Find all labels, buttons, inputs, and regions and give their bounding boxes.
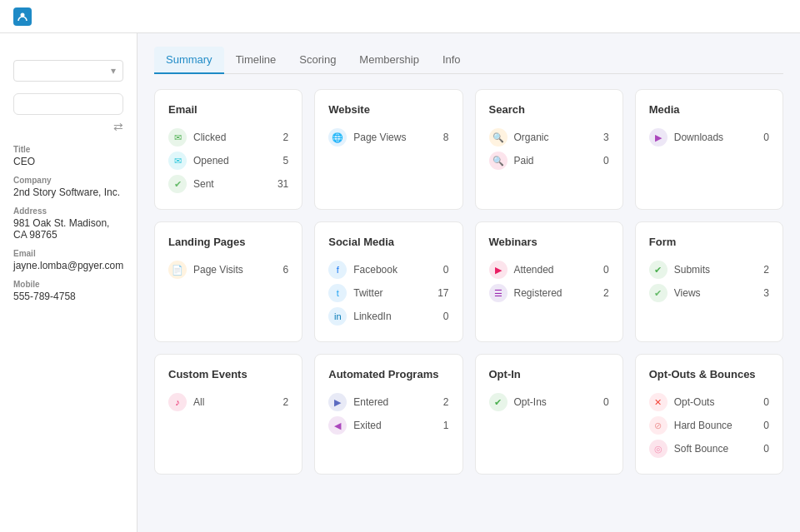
card-row: ✕Opt-Outs0	[649, 390, 769, 414]
sidebar-field-title: TitleCEO	[13, 145, 123, 167]
row-label: Facebook	[353, 264, 443, 276]
row-label: Opened	[193, 155, 283, 167]
card-title: Form	[649, 236, 769, 248]
tab-timeline[interactable]: Timeline	[224, 47, 288, 74]
card-title: Opt-In	[489, 368, 609, 380]
row-value: 0	[763, 420, 769, 431]
tab-membership[interactable]: Membership	[348, 47, 431, 74]
row-label: Downloads	[674, 132, 764, 143]
row-label: Paid	[514, 155, 604, 167]
row-value: 3	[603, 132, 609, 143]
card-custom-events: Custom Events♪All2	[154, 354, 302, 475]
row-label: Page Visits	[193, 264, 283, 276]
dropdown-arrow-icon: ▾	[111, 65, 116, 77]
field-label: Mobile	[13, 280, 123, 289]
row-value: 0	[763, 396, 769, 408]
row-value: 0	[443, 311, 449, 322]
row-icon: 📄	[168, 261, 187, 279]
card-row: ▶Attended0	[489, 258, 609, 281]
row-icon: ✔	[649, 284, 668, 302]
row-icon: ☰	[489, 284, 508, 302]
field-label: Title	[13, 145, 123, 154]
row-value: 0	[603, 396, 609, 408]
main-content: SummaryTimelineScoringMembershipInfo Ema…	[138, 33, 800, 532]
card-row: ◎Soft Bounce0	[649, 437, 769, 460]
card-title: Website	[328, 103, 448, 116]
card-title: Webinars	[489, 236, 609, 248]
cards-grid: Email✉Clicked2✉Opened5✔Sent31Website🌐Pag…	[154, 89, 783, 475]
tab-info[interactable]: Info	[431, 47, 472, 74]
row-label: Attended	[514, 264, 604, 276]
field-value: 2nd Story Software, Inc.	[13, 186, 123, 198]
field-label: Email	[13, 249, 123, 258]
score-box	[13, 93, 123, 115]
card-row: 🔍Paid0	[489, 149, 609, 172]
card-landing-pages: Landing Pages📄Page Visits6	[154, 221, 302, 342]
card-row: ✔Submits2	[649, 258, 769, 281]
field-value: CEO	[13, 156, 123, 167]
swap-icon[interactable]: ⇄	[113, 120, 123, 133]
card-row: ◀Exited1	[328, 414, 448, 437]
card-email: Email✉Clicked2✉Opened5✔Sent31	[154, 89, 302, 210]
row-value: 2	[603, 287, 609, 299]
row-value: 3	[763, 287, 769, 299]
row-label: Views	[674, 287, 764, 299]
row-value: 0	[763, 443, 769, 455]
row-value: 6	[283, 264, 289, 276]
row-icon: ◀	[328, 416, 347, 435]
card-webinars: Webinars▶Attended0☰Registered2	[475, 221, 623, 342]
row-label: Registered	[514, 287, 604, 299]
row-icon: ◎	[649, 440, 668, 458]
sidebar-fields: TitleCEOCompany2nd Story Software, Inc.A…	[13, 145, 123, 302]
tab-summary[interactable]: Summary	[154, 47, 224, 74]
row-label: Hard Bounce	[674, 420, 764, 431]
card-media: Media▶Downloads0	[635, 89, 783, 210]
sidebar-field-email: Emailjayne.lomba@pgyer.com	[13, 249, 123, 271]
sidebar-field-address: Address981 Oak St. Madison, CA 98765	[13, 206, 123, 241]
row-value: 0	[763, 132, 769, 143]
row-label: Opt-Outs	[674, 396, 764, 408]
card-title: Media	[649, 103, 769, 116]
card-row: inLinkedIn0	[328, 305, 448, 328]
row-value: 31	[278, 178, 288, 190]
row-label: All	[193, 396, 283, 408]
app-icon	[13, 7, 32, 26]
row-value: 1	[443, 420, 449, 431]
row-icon: in	[328, 307, 347, 326]
row-icon: ✕	[649, 393, 668, 411]
card-row: ✔Views3	[649, 281, 769, 305]
field-label: Address	[13, 206, 123, 216]
score-section: ⇄	[13, 93, 123, 133]
card-opt-outs-bounces: Opt-Outs & Bounces✕Opt-Outs0⊘Hard Bounce…	[635, 354, 783, 475]
row-icon: 🌐	[328, 128, 347, 147]
row-icon: 🔍	[489, 152, 508, 170]
card-row: ⊘Hard Bounce0	[649, 414, 769, 437]
card-row: ☰Registered2	[489, 281, 609, 305]
card-search: Search🔍Organic3🔍Paid0	[475, 89, 623, 210]
row-icon: f	[328, 261, 347, 279]
row-value: 17	[438, 287, 448, 299]
sidebar: ▾ ⇄ TitleCEOCompany2nd Story Software, I…	[0, 33, 138, 532]
tabs-bar: SummaryTimelineScoringMembershipInfo	[154, 47, 783, 74]
row-label: Entered	[353, 396, 443, 408]
row-label: Twitter	[353, 287, 438, 299]
card-social-media: Social MediafFacebook0tTwitter17inLinked…	[314, 221, 462, 342]
row-icon: ▶	[649, 128, 668, 147]
card-title: Automated Programs	[328, 368, 448, 380]
field-value: 555-789-4758	[13, 291, 123, 302]
row-label: Soft Bounce	[674, 443, 764, 455]
card-row: ▶Entered2	[328, 390, 448, 414]
row-label: LinkedIn	[353, 311, 443, 322]
current-list-dropdown[interactable]: ▾	[13, 60, 123, 82]
card-title: Search	[489, 103, 609, 116]
row-label: Sent	[193, 178, 278, 190]
tab-scoring[interactable]: Scoring	[288, 47, 348, 74]
row-icon: ✉	[168, 128, 187, 147]
card-row: ✔Opt-Ins0	[489, 390, 609, 414]
card-row: ✉Opened5	[168, 149, 288, 172]
row-icon: ✉	[168, 152, 187, 170]
card-row: ✉Clicked2	[168, 126, 288, 149]
row-label: Organic	[514, 132, 604, 143]
row-icon: ▶	[328, 393, 347, 411]
row-icon: ✔	[649, 261, 668, 279]
